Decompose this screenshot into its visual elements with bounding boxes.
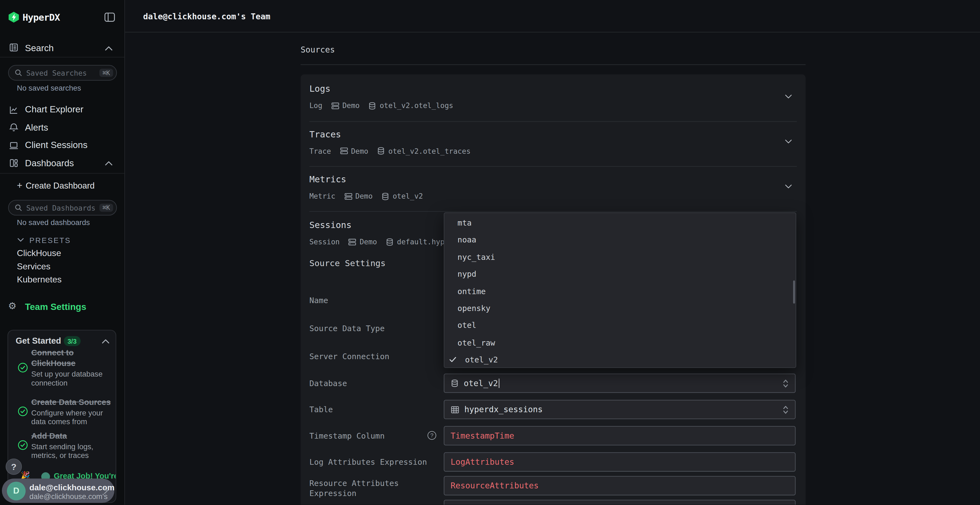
team-title: dale@clickhouse.com's Team	[143, 12, 270, 21]
partial-field[interactable]	[444, 500, 796, 505]
database-icon	[381, 192, 390, 200]
search-section-icon	[9, 43, 19, 52]
label-line: Expression	[309, 488, 419, 499]
help-button[interactable]: ?	[6, 459, 22, 475]
check-icon	[449, 357, 456, 362]
source-type: Session	[309, 237, 339, 246]
shortcut-badge: ⌘K	[99, 203, 113, 212]
dropdown-option-otel-v2-selected[interactable]: otel_v2	[444, 351, 795, 368]
source-connection: Demo	[360, 237, 377, 246]
timestamp-column-input[interactable]: TimestampTime	[444, 426, 796, 445]
source-table: otel_v2.otel_traces	[388, 146, 471, 155]
server-icon	[331, 102, 339, 110]
user-email: dale@clickhouse.com	[29, 483, 115, 492]
log-attributes-value: LogAttributes	[450, 457, 514, 467]
chevron-down-icon[interactable]	[785, 139, 792, 144]
source-meta-logs: Log Demo otel_v2.otel_logs	[309, 101, 453, 111]
table-select[interactable]: hyperdx_sessions	[444, 400, 796, 419]
chevron-right-icon	[104, 487, 108, 494]
dropdown-scrollbar[interactable]	[793, 281, 795, 304]
sidebar-item-chart-explorer[interactable]: Chart Explorer	[25, 104, 84, 114]
collapse-sidebar-icon[interactable]	[104, 13, 115, 22]
dropdown-option-noaa[interactable]: noaa	[444, 231, 795, 248]
timestamp-value: TimestampTime	[450, 431, 514, 440]
dropdown-option-nyc-taxi[interactable]: nyc_taxi	[444, 248, 795, 265]
get-started-step-2[interactable]: Create Data Sources Configure where your…	[31, 397, 113, 426]
chevron-down-icon[interactable]	[18, 238, 24, 242]
create-dashboard-button[interactable]: Create Dashboard	[25, 181, 94, 191]
database-icon	[450, 379, 459, 387]
brand-name: HyperDX	[22, 12, 60, 23]
user-menu[interactable]: D dale@clickhouse.com dale@clickhouse.co…	[2, 479, 115, 503]
label-table: Table	[309, 405, 332, 414]
database-icon	[386, 238, 394, 246]
saved-searches-input[interactable]: ⌘K	[8, 65, 117, 81]
check-circle-icon	[18, 406, 28, 416]
dropdown-option-label: otel_v2	[465, 355, 498, 364]
label-resource-attributes: Resource Attributes Expression	[309, 479, 419, 499]
resource-attributes-input[interactable]: ResourceAttributes	[444, 476, 796, 495]
chevron-up-icon[interactable]	[105, 46, 113, 51]
saved-searches-field[interactable]	[26, 68, 99, 77]
chart-explorer-icon	[9, 105, 19, 115]
avatar: D	[7, 481, 25, 500]
database-select[interactable]: otel_v2	[444, 373, 796, 393]
dropdown-option-mta[interactable]: mta	[444, 214, 795, 231]
dropdown-option-ontime[interactable]: ontime	[444, 283, 795, 300]
help-question-icon[interactable]: ?	[427, 431, 436, 440]
preset-services[interactable]: Services	[17, 261, 50, 271]
user-team: dale@clickhouse.com's	[29, 492, 108, 501]
source-type: Metric	[309, 192, 335, 200]
saved-dashboards-input[interactable]: ⌘K	[8, 200, 117, 216]
divider	[309, 211, 797, 212]
sidebar-item-client-sessions[interactable]: Client Sessions	[25, 140, 88, 150]
chevron-down-icon[interactable]	[785, 94, 792, 99]
source-title-metrics: Metrics	[309, 175, 346, 184]
dropdown-option-opensky[interactable]: opensky	[444, 300, 795, 317]
source-meta-traces: Trace Demo otel_v2.otel_traces	[309, 146, 470, 156]
top-bar: dale@clickhouse.com's Team	[125, 0, 980, 32]
sidebar-item-search[interactable]: Search	[25, 43, 54, 53]
server-icon	[348, 238, 356, 246]
get-started-panel: Get Started 3/3 Connect to ClickHouse Se…	[8, 330, 116, 503]
question-glyph: ?	[430, 432, 434, 438]
source-title-sessions: Sessions	[309, 220, 352, 230]
log-attributes-input[interactable]: LogAttributes	[444, 452, 796, 472]
label-database: Database	[309, 378, 347, 388]
preset-kubernetes[interactable]: Kubernetes	[17, 274, 62, 284]
get-started-step-3[interactable]: Add Data Start sending logs, metrics, or…	[31, 430, 113, 460]
sidebar-item-alerts[interactable]: Alerts	[25, 122, 48, 132]
source-connection: Demo	[351, 146, 368, 155]
search-icon	[14, 203, 22, 212]
label-line: Resource Attributes	[309, 479, 419, 489]
database-value: otel_v2	[464, 378, 498, 388]
source-title-traces: Traces	[309, 129, 341, 139]
source-connection: Demo	[342, 101, 360, 110]
search-icon	[14, 69, 22, 77]
source-meta-metrics: Metric Demo otel_v2	[309, 191, 423, 201]
source-table: otel_v2.otel_logs	[380, 101, 453, 110]
divider	[0, 173, 124, 173]
text-caret	[499, 378, 500, 388]
label-server-connection: Server Connection	[309, 352, 389, 361]
get-started-step-1[interactable]: Connect to ClickHouse Set up your databa…	[31, 348, 113, 387]
chevron-down-icon[interactable]	[785, 184, 792, 189]
dropdown-option-nypd[interactable]: nypd	[444, 265, 795, 283]
gear-icon: ⚙	[8, 300, 17, 311]
saved-dashboards-field[interactable]	[26, 203, 99, 212]
select-updown-icon	[783, 378, 789, 388]
sidebar-item-dashboards[interactable]: Dashboards	[25, 158, 74, 168]
page-title: Sources	[301, 45, 335, 54]
label-source-data-type: Source Data Type	[309, 324, 384, 333]
dropdown-option-otel-raw[interactable]: otel_raw	[444, 334, 795, 351]
presets-header[interactable]: PRESETS	[29, 236, 71, 245]
chevron-up-icon[interactable]	[105, 161, 113, 165]
server-icon	[344, 192, 352, 200]
team-settings-link[interactable]: Team Settings	[25, 302, 86, 312]
chevron-up-icon[interactable]	[102, 339, 110, 344]
plus-icon: +	[17, 180, 22, 191]
preset-clickhouse[interactable]: ClickHouse	[17, 248, 61, 258]
database-icon	[368, 102, 377, 110]
dropdown-option-otel[interactable]: otel	[444, 317, 795, 334]
divider	[309, 121, 797, 121]
